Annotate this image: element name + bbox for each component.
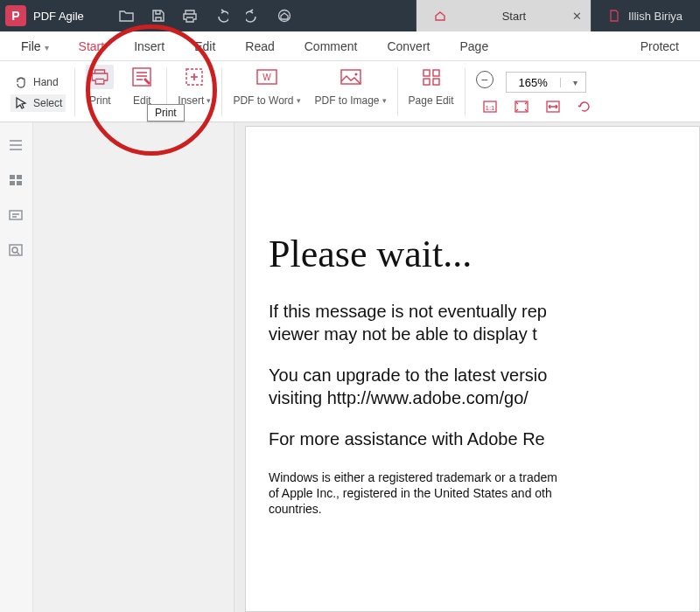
menu-file[interactable]: File▾	[9, 34, 61, 59]
chevron-down-icon: ▾	[45, 43, 49, 52]
document-tab-start[interactable]: Start ✕	[416, 0, 591, 31]
menu-convert[interactable]: Convert	[374, 34, 442, 59]
select-tool[interactable]: Select	[10, 94, 66, 112]
pdf-to-image-button[interactable]: PDF to Image▾	[308, 63, 394, 122]
svg-text:1:1: 1:1	[485, 104, 495, 112]
print-label: Print	[89, 94, 111, 107]
fit-page-icon[interactable]	[513, 98, 530, 115]
zoom-level[interactable]: 165% ▾	[506, 72, 586, 93]
print-icon[interactable]	[182, 8, 198, 24]
doc-text: For more assistance with Adobe Re	[269, 428, 699, 451]
pdf-to-word-icon: W	[253, 65, 281, 89]
svg-rect-10	[433, 79, 439, 85]
zoom-group: − 165% ▾ 1:1	[469, 63, 606, 122]
printer-icon	[86, 65, 114, 89]
close-icon[interactable]: ✕	[572, 10, 582, 23]
chevron-down-icon: ▾	[382, 96, 387, 105]
separator	[397, 68, 398, 116]
chevron-down-icon: ▾	[297, 96, 301, 105]
tab-doc-icon	[609, 10, 620, 22]
print-tooltip: Print	[147, 104, 185, 122]
hand-tool[interactable]: Hand	[10, 73, 66, 91]
edit-icon	[128, 65, 156, 89]
app-name: PDF Agile	[33, 10, 102, 23]
redo-icon[interactable]	[245, 8, 261, 24]
separator	[74, 68, 75, 116]
doc-fineprint: Windows is either a registered trademark…	[269, 470, 699, 518]
chevron-down-icon[interactable]: ▾	[560, 78, 585, 87]
fit-width-icon[interactable]	[544, 98, 562, 115]
separator	[465, 68, 466, 116]
page-gutter	[33, 122, 234, 612]
search-icon[interactable]	[8, 243, 25, 261]
doc-text: You can upgrade to the latest versiovisi…	[269, 365, 699, 409]
svg-point-6	[354, 73, 357, 76]
document-tab-other[interactable]: Illish Biriya	[591, 0, 700, 31]
menu-edit[interactable]: Edit	[182, 34, 228, 59]
quick-access-toolbar	[102, 8, 292, 24]
ribbon: Hand Select Print Edit Insert▾ W PDF to …	[0, 61, 700, 122]
menu-start[interactable]: Start	[66, 34, 117, 59]
menu-read[interactable]: Read	[233, 34, 286, 59]
separator	[221, 68, 222, 116]
undo-icon[interactable]	[214, 8, 229, 24]
svg-rect-9	[424, 79, 430, 85]
pdf-to-word-button[interactable]: W PDF to Word▾	[226, 63, 307, 122]
menu-comment[interactable]: Comment	[292, 34, 370, 59]
document-canvas[interactable]: Please wait... If this message is not ev…	[33, 122, 700, 612]
thumbnails-icon[interactable]	[8, 173, 25, 191]
zoom-value: 165%	[507, 76, 560, 89]
svg-rect-16	[17, 175, 22, 179]
svg-rect-19	[10, 211, 22, 219]
doc-text: If this message is not eventually repvie…	[269, 301, 699, 345]
outline-icon[interactable]	[8, 138, 25, 156]
menu-protect[interactable]: Protect	[628, 34, 691, 59]
menu-bar: File▾ Start Insert Edit Read Comment Con…	[0, 31, 700, 61]
hand-label: Hand	[33, 76, 59, 88]
home-icon[interactable]	[276, 8, 292, 24]
menu-insert[interactable]: Insert	[122, 34, 177, 59]
select-label: Select	[33, 97, 62, 109]
menu-page[interactable]: Page	[447, 34, 500, 59]
tab-home-icon	[434, 10, 446, 22]
pdf-to-word-label: PDF to Word	[233, 94, 293, 107]
document-tab-strip: Start ✕ Illish Biriya	[416, 0, 700, 31]
open-icon[interactable]	[119, 8, 135, 24]
insert-icon	[180, 65, 208, 89]
actual-size-icon[interactable]: 1:1	[481, 98, 499, 115]
print-button[interactable]: Print	[79, 63, 121, 122]
zoom-out-button[interactable]: −	[476, 71, 494, 88]
rotate-icon[interactable]	[576, 98, 593, 115]
svg-rect-7	[424, 70, 430, 76]
chevron-down-icon: ▾	[206, 96, 211, 105]
page-edit-label: Page Edit	[409, 94, 454, 107]
svg-rect-17	[10, 181, 15, 185]
page-edit-icon	[417, 65, 445, 89]
hand-icon	[14, 75, 28, 89]
annotations-icon[interactable]	[8, 208, 25, 226]
pdf-to-image-icon	[337, 65, 365, 89]
tool-mode-group: Hand Select	[5, 63, 71, 122]
pdf-to-image-label: PDF to Image	[315, 94, 380, 107]
save-icon[interactable]	[150, 8, 166, 24]
pdf-page: Please wait... If this message is not ev…	[245, 126, 700, 612]
svg-rect-18	[17, 181, 22, 185]
svg-rect-15	[10, 175, 15, 179]
left-sidebar	[0, 122, 33, 612]
tab-label: Illish Biriya	[628, 10, 682, 23]
doc-heading: Please wait...	[269, 232, 699, 276]
tab-label: Start	[455, 10, 573, 23]
title-bar: P PDF Agile Start ✕ Illish Biriya	[0, 0, 700, 31]
app-logo: P	[5, 5, 26, 26]
svg-rect-8	[433, 70, 439, 76]
svg-text:W: W	[262, 73, 271, 82]
svg-rect-20	[10, 245, 22, 255]
cursor-icon	[14, 96, 28, 110]
page-edit-button[interactable]: Page Edit	[402, 63, 461, 122]
